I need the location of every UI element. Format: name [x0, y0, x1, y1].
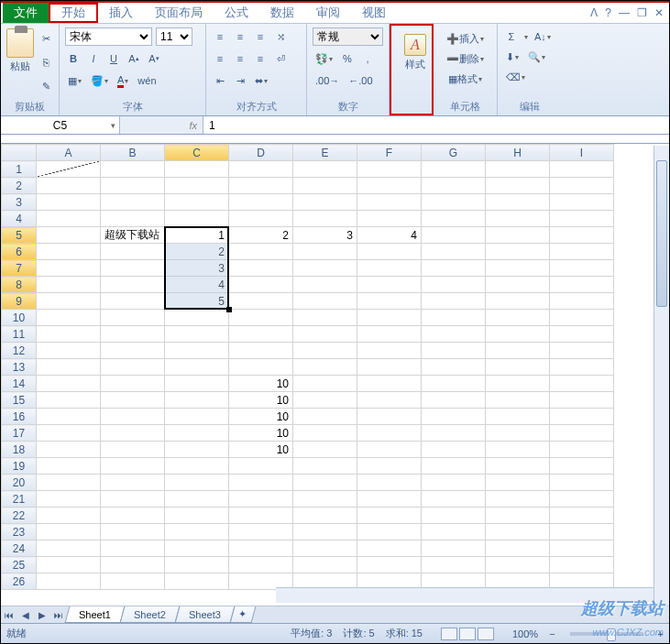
- align-right-icon[interactable]: ≡: [252, 49, 269, 68]
- cell-D13[interactable]: [229, 359, 293, 376]
- row-header-4[interactable]: 4: [2, 211, 37, 227]
- cell-B16[interactable]: [101, 409, 165, 425]
- cell-I15[interactable]: [550, 392, 614, 409]
- format-painter-icon[interactable]: ✎: [38, 77, 54, 95]
- cell-C20[interactable]: [165, 475, 229, 491]
- cell-B21[interactable]: [101, 491, 165, 508]
- font-size-select[interactable]: 11: [156, 27, 192, 46]
- cell-I3[interactable]: [550, 194, 614, 211]
- merge-icon[interactable]: ⬌▾: [252, 71, 270, 90]
- cell-C1[interactable]: [165, 161, 229, 178]
- cell-H22[interactable]: [486, 508, 550, 524]
- cell-D20[interactable]: [229, 475, 293, 491]
- row-header-21[interactable]: 21: [2, 491, 37, 508]
- cell-D10[interactable]: [229, 310, 293, 326]
- cell-C9[interactable]: 5: [165, 293, 229, 310]
- cell-I13[interactable]: [550, 359, 614, 376]
- row-header-23[interactable]: 23: [2, 524, 37, 540]
- tab-home[interactable]: 开始: [49, 3, 98, 23]
- cell-A13[interactable]: [37, 359, 101, 376]
- cell-H3[interactable]: [486, 194, 550, 211]
- cell-A19[interactable]: [37, 458, 101, 475]
- tab-insert[interactable]: 插入: [98, 3, 144, 23]
- cell-D25[interactable]: [229, 557, 293, 573]
- cell-D19[interactable]: [229, 458, 293, 475]
- cell-F25[interactable]: [357, 557, 422, 573]
- cell-D1[interactable]: [229, 161, 293, 178]
- zoom-out-icon[interactable]: −: [549, 628, 555, 639]
- cell-A17[interactable]: [37, 425, 101, 442]
- cell-E13[interactable]: [293, 359, 357, 376]
- row-header-11[interactable]: 11: [2, 326, 37, 343]
- font-name-select[interactable]: 宋体: [65, 27, 152, 46]
- cell-E8[interactable]: [293, 277, 357, 293]
- cell-I1[interactable]: [550, 161, 614, 178]
- cell-C15[interactable]: [165, 392, 229, 409]
- cell-I17[interactable]: [550, 425, 614, 442]
- tab-formula[interactable]: 公式: [214, 3, 259, 23]
- row-header-6[interactable]: 6: [2, 244, 37, 260]
- cell-G12[interactable]: [422, 343, 486, 359]
- cell-C22[interactable]: [165, 508, 229, 524]
- cell-F8[interactable]: [357, 277, 422, 293]
- cell-C3[interactable]: [165, 194, 229, 211]
- cell-D4[interactable]: [229, 211, 293, 227]
- cell-E14[interactable]: [293, 376, 357, 392]
- cell-B22[interactable]: [101, 508, 165, 524]
- cell-H12[interactable]: [486, 343, 550, 359]
- cell-D2[interactable]: [229, 178, 293, 194]
- cell-B11[interactable]: [101, 326, 165, 343]
- cell-D23[interactable]: [229, 524, 293, 540]
- cell-E3[interactable]: [293, 194, 357, 211]
- row-header-15[interactable]: 15: [2, 392, 37, 409]
- decrease-decimal-icon[interactable]: ←.00: [346, 71, 375, 90]
- row-header-14[interactable]: 14: [2, 376, 37, 392]
- cell-A12[interactable]: [37, 343, 101, 359]
- cell-A25[interactable]: [37, 557, 101, 573]
- cell-G22[interactable]: [422, 508, 486, 524]
- cell-E24[interactable]: [293, 540, 357, 557]
- find-icon[interactable]: 🔍▾: [525, 48, 548, 66]
- cell-F7[interactable]: [357, 260, 422, 277]
- row-header-2[interactable]: 2: [2, 178, 37, 194]
- cell-H16[interactable]: [486, 409, 550, 425]
- clear-icon[interactable]: ⌫▾: [503, 68, 528, 86]
- scrollbar-vertical[interactable]: [654, 146, 669, 606]
- align-middle-icon[interactable]: ≡: [232, 27, 248, 46]
- row-header-10[interactable]: 10: [2, 310, 37, 326]
- cell-C18[interactable]: [165, 442, 229, 458]
- cell-A11[interactable]: [37, 326, 101, 343]
- cell-B1[interactable]: [101, 161, 165, 178]
- col-header-I[interactable]: I: [550, 145, 614, 161]
- italic-button[interactable]: I: [85, 49, 102, 68]
- cell-B15[interactable]: [101, 392, 165, 409]
- cell-B7[interactable]: [101, 260, 165, 277]
- autosum-icon[interactable]: Σ: [503, 27, 520, 46]
- cell-B25[interactable]: [101, 557, 165, 573]
- col-header-G[interactable]: G: [422, 145, 486, 161]
- cell-I24[interactable]: [550, 540, 614, 557]
- shrink-font-icon[interactable]: A▾: [146, 49, 162, 68]
- cell-C4[interactable]: [165, 211, 229, 227]
- cell-H6[interactable]: [486, 244, 550, 260]
- cell-H23[interactable]: [486, 524, 550, 540]
- cell-C14[interactable]: [165, 376, 229, 392]
- cell-D15[interactable]: 10: [229, 392, 293, 409]
- cell-B2[interactable]: [101, 178, 165, 194]
- row-header-22[interactable]: 22: [2, 508, 37, 524]
- sort-icon[interactable]: A↓▾: [532, 27, 554, 46]
- cell-I19[interactable]: [550, 458, 614, 475]
- percent-icon[interactable]: %: [339, 49, 356, 68]
- row-header-18[interactable]: 18: [2, 442, 37, 458]
- cell-A8[interactable]: [37, 277, 101, 293]
- row-header-12[interactable]: 12: [2, 343, 37, 359]
- cell-E16[interactable]: [293, 409, 357, 425]
- cell-E2[interactable]: [293, 178, 357, 194]
- cell-G1[interactable]: [422, 161, 486, 178]
- cell-D21[interactable]: [229, 491, 293, 508]
- cell-G16[interactable]: [422, 409, 486, 425]
- cell-C11[interactable]: [165, 326, 229, 343]
- row-header-5[interactable]: 5: [2, 227, 37, 244]
- cell-H1[interactable]: [486, 161, 550, 178]
- cell-D24[interactable]: [229, 540, 293, 557]
